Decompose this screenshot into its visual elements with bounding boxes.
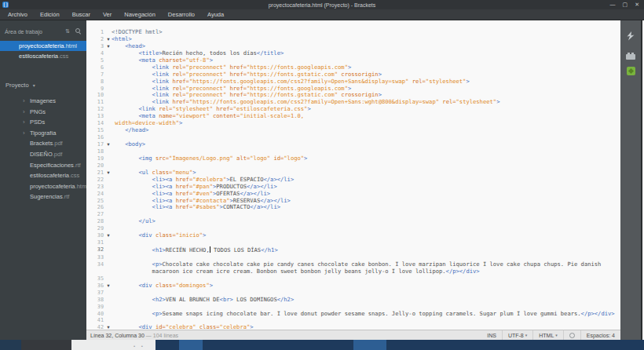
menu-item-ayuda[interactable]: Ayuda (201, 9, 230, 20)
code-line-28[interactable]: 28</ul> (86, 218, 620, 225)
close-button[interactable]: ✕ (635, 0, 639, 9)
tree-file-proyectocafeteria-html[interactable]: proyectocafeteria.html (0, 181, 86, 192)
working-file-proyectocafeteria-html[interactable]: proyectocafeteria.html (0, 41, 86, 51)
chevron-down-icon: ▾ (525, 333, 528, 337)
menu-item-archivo[interactable]: Archivo (2, 9, 34, 20)
code-text: <div class="inicio"> (112, 232, 620, 239)
language-selector[interactable]: HTML▾ (532, 330, 563, 340)
project-label: Proyecto (5, 82, 29, 89)
tree-file-brackets-pdf[interactable]: Brackets.pdf (0, 138, 86, 149)
workspace-header[interactable]: Área de trabajo ⇅ (0, 26, 86, 37)
window-title: proyectocafeteria.html (Proyecto) - Brac… (0, 2, 644, 8)
line-number: 8 (86, 78, 105, 86)
taskbar-dots: • • (134, 344, 145, 348)
project-sidebar: Área de trabajo ⇅ proyectocafeteria.html… (0, 20, 86, 340)
code-line-42[interactable]: 42▼<div id="celebra" class="celebra"> (86, 324, 620, 330)
code-text: <div class="domingos"> (112, 283, 620, 290)
chevron-right-icon: › (23, 107, 25, 118)
code-line-36[interactable]: 36▼<div class="domingos"> (86, 283, 620, 290)
chevron-down-icon: ▾ (555, 333, 558, 337)
workspace-label: Área de trabajo (5, 29, 65, 35)
chevron-right-icon: › (23, 96, 25, 107)
code-line-16[interactable]: 16 (86, 134, 620, 141)
taskbar-highlight (353, 340, 386, 350)
chevron-right-icon: › (23, 117, 25, 128)
indent-setting[interactable]: Espacios: 4 (580, 330, 620, 340)
line-number: 34 (86, 261, 105, 268)
fold-arrow-icon[interactable]: ▼ (105, 141, 112, 148)
code-line-26[interactable]: 26<li><a href="#sabes">CONTACTO</a></li> (86, 204, 620, 211)
menu-item-buscar[interactable]: Buscar (66, 9, 97, 20)
code-line-31[interactable]: 31 (86, 239, 620, 246)
line-number: 1 (86, 29, 105, 36)
menu-item-navegaci-n[interactable]: Navegación (118, 9, 162, 20)
code-text: <h1>RECIÉN HECHO, TODOS LOS DÍAS</h1> (112, 246, 620, 254)
tree-folder-pngs[interactable]: ›PNGs (0, 107, 86, 118)
tree-folder-psds[interactable]: ›PSDs (0, 117, 86, 128)
line-number: 32 (86, 246, 105, 253)
code-line-15[interactable]: 15</head> (86, 127, 620, 134)
right-toolbar (620, 20, 642, 340)
line-number: 29 (86, 225, 105, 232)
code-text: <!DOCTYPE hmtl> (112, 29, 620, 36)
line-number: 7 (86, 71, 105, 78)
code-line-17[interactable]: 17▼<body> (86, 141, 620, 148)
code-editor[interactable]: 1<!DOCTYPE hmtl>2▼<html>3▼<head>4<title>… (86, 20, 620, 330)
code-line-32[interactable]: 32<h1>RECIÉN HECHO, TODOS LOS DÍAS</h1> (86, 246, 620, 254)
working-file-estiloscafeteria-css[interactable]: estiloscafeteria.css (0, 51, 86, 61)
line-number: 31 (86, 239, 105, 246)
maximize-button[interactable]: ▢ (623, 0, 628, 9)
tree-file-especificaciones-rtf[interactable]: Especificaciones.rtf (0, 160, 86, 171)
search-icon[interactable] (75, 28, 82, 35)
taskbar-highlight (179, 340, 203, 350)
fold-arrow-icon[interactable]: ▼ (105, 43, 112, 50)
line-number: 24 (86, 191, 105, 198)
code-line-1[interactable]: 1<!DOCTYPE hmtl> (86, 29, 620, 36)
menu-item-ver[interactable]: Ver (97, 9, 118, 20)
code-text: <li><a href="#sabes">CONTACTO</a></li> (112, 204, 620, 211)
line-number: 3 (86, 43, 105, 50)
green-extension-icon[interactable] (627, 67, 635, 75)
code-line-40[interactable]: 40<p>Sesame snaps icing chocolate bar. I… (86, 311, 620, 318)
fold-arrow-icon[interactable]: ▼ (105, 232, 112, 239)
minimize-button[interactable]: — (610, 0, 616, 9)
code-text: <p>Sesame snaps icing chocolate bar. I l… (112, 311, 620, 318)
line-number: 42 (86, 324, 105, 330)
cursor-position: Línea 32, Columna 30 — 104 líneas (86, 333, 178, 338)
menu-bar: ArchivoEdiciónBuscarVerNavegaciónDesarro… (0, 9, 644, 20)
chevron-right-icon: › (23, 128, 25, 139)
code-line-30[interactable]: 30▼<div class="inicio"> (86, 232, 620, 239)
line-number: 5 (86, 57, 105, 64)
code-line-19[interactable]: 19<img src="Imagenes/Logo.png" alt="logo… (86, 155, 620, 162)
menu-item-edici-n[interactable]: Edición (34, 9, 66, 20)
line-column-info: Línea 32, Columna 30 (90, 333, 145, 338)
menu-item-desarrollo[interactable]: Desarrollo (162, 9, 201, 20)
fold-arrow-icon[interactable]: ▼ (105, 283, 112, 290)
code-line-14[interactable]: 14width=device-width"> (86, 120, 620, 127)
project-dropdown[interactable]: Proyecto ▾ (0, 80, 86, 91)
tree-file-sugerencias-rtf[interactable]: Sugerencias.rtf (0, 191, 86, 202)
code-text (112, 134, 620, 141)
code-line-34[interactable]: 34<p>Chocolate cake chocolate cake pie c… (86, 261, 620, 275)
live-preview-icon[interactable] (626, 31, 635, 41)
tree-folder-imagenes[interactable]: ›Imagenes (0, 96, 86, 107)
sort-icon[interactable]: ⇅ (65, 28, 70, 35)
insert-mode-toggle[interactable]: INS (481, 330, 502, 340)
code-line-38[interactable]: 38<h2>VEN AL BRUNCH DE<br> LOS DOMINGOS<… (86, 297, 620, 304)
tree-file-estiloscafeteria-css[interactable]: estiloscafeteria.css (0, 170, 86, 181)
line-number: 16 (86, 134, 105, 141)
extension-manager-icon[interactable] (626, 54, 635, 60)
lint-status[interactable] (563, 330, 580, 340)
status-bar: Línea 32, Columna 30 — 104 líneas INS UT… (86, 330, 620, 340)
tree-file-dise-o-pdf[interactable]: DISEÑO.pdf (0, 149, 86, 160)
fold-arrow-icon[interactable]: ▼ (105, 324, 112, 330)
fold-arrow-icon[interactable]: ▼ (105, 36, 112, 43)
tree-folder-tipograf-a[interactable]: ›Tipografía (0, 128, 86, 139)
fold-arrow-icon[interactable]: ▼ (105, 170, 112, 177)
code-line-27[interactable]: 27 (86, 211, 620, 218)
code-line-2[interactable]: 2▼<html> (86, 36, 620, 43)
lint-circle-icon (569, 333, 575, 338)
title-bar: [] proyectocafeteria.html (Proyecto) - B… (0, 0, 644, 9)
line-number: 41 (86, 317, 105, 324)
encoding-selector[interactable]: UTF-8▾ (502, 330, 532, 340)
